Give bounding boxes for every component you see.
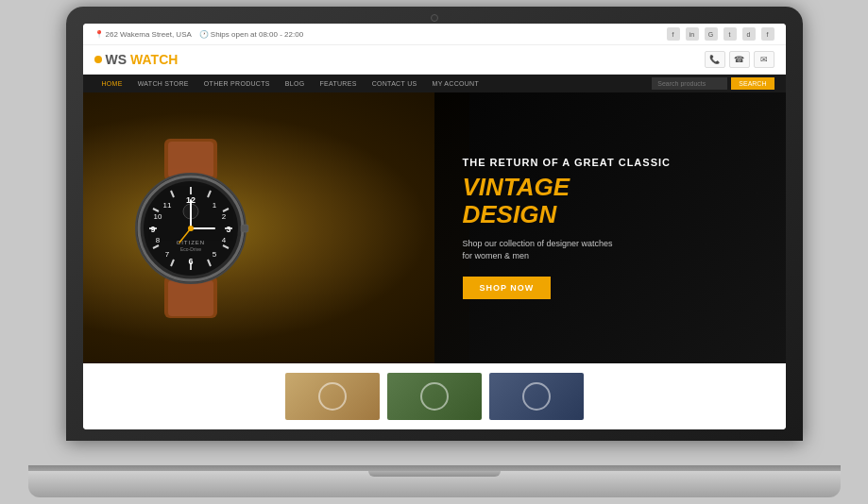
product-strip — [83, 363, 786, 429]
shop-now-button[interactable]: SHOP NOW — [463, 277, 552, 299]
site-logo[interactable]: WS WATCH — [94, 52, 179, 67]
svg-text:10: 10 — [154, 212, 162, 221]
nav-item-contact[interactable]: CONTACT US — [365, 75, 425, 92]
main-nav: HOME WATCH STORE OTHER PRODUCTS BLOG FEA… — [83, 75, 786, 92]
hero-title-line1: VINTAGE — [463, 174, 767, 201]
svg-text:4: 4 — [222, 236, 227, 244]
product-thumb-1[interactable] — [285, 373, 380, 420]
svg-rect-38 — [241, 225, 248, 232]
social-linkedin[interactable]: in — [686, 27, 699, 41]
social-facebook[interactable]: f — [667, 27, 680, 41]
svg-rect-3 — [168, 280, 213, 316]
nav-search-bar: SEARCH — [652, 77, 774, 90]
address-info: 📍 262 Wakema Street, USA — [94, 30, 192, 39]
hero-subtitle: THE RETURN OF A GREAT CLASSIC — [463, 157, 767, 168]
svg-text:9: 9 — [151, 225, 156, 234]
nav-item-blog[interactable]: BLOG — [278, 75, 313, 92]
svg-point-35 — [188, 226, 194, 231]
laptop-screen-bezel: 📍 262 Wakema Street, USA 🕐 Ships open at… — [66, 7, 803, 441]
clock-icon: 🕐 — [199, 30, 209, 39]
nav-item-account[interactable]: MY ACCOUNT — [425, 75, 487, 92]
svg-text:3: 3 — [227, 225, 231, 234]
thumb-watch-3 — [522, 382, 551, 411]
svg-text:8: 8 — [156, 236, 161, 244]
logo-dot — [94, 56, 102, 63]
laptop-camera — [431, 14, 438, 22]
social-dribbble[interactable]: d — [742, 27, 756, 41]
address-text: 262 Wakema Street, USA — [106, 30, 192, 39]
svg-text:1: 1 — [213, 201, 217, 210]
logo-watch-text: WATCH — [130, 52, 178, 67]
header-phone-icon[interactable]: 📞 — [705, 51, 725, 68]
thumb-watch-2 — [420, 382, 449, 411]
thumb-watch-1 — [318, 382, 347, 411]
watch-illustration: 12 3 6 9 1 2 4 5 7 8 — [96, 134, 285, 323]
product-thumb-2[interactable] — [387, 373, 482, 420]
header-action-icons: 📞 ☎ ✉ — [705, 51, 774, 68]
hours-info: 🕐 Ships open at 08:00 - 22:00 — [199, 30, 303, 39]
nav-item-other-products[interactable]: OTHER PRODUCTS — [196, 75, 278, 92]
nav-item-home[interactable]: HOME — [94, 75, 130, 92]
top-bar-left: 📍 262 Wakema Street, USA 🕐 Ships open at… — [94, 30, 304, 39]
laptop-outer: 📍 262 Wakema Street, USA 🕐 Ships open at… — [28, 7, 841, 497]
svg-text:7: 7 — [165, 250, 170, 259]
search-input[interactable] — [652, 77, 727, 90]
hero-section: 12 3 6 9 1 2 4 5 7 8 — [83, 92, 786, 363]
social-facebook2[interactable]: f — [761, 27, 774, 41]
pin-icon: 📍 — [94, 30, 104, 39]
nav-item-features[interactable]: FEATURES — [312, 75, 364, 92]
hero-description: Shop our collection of designer watchesf… — [463, 238, 767, 263]
hero-background: 12 3 6 9 1 2 4 5 7 8 — [83, 92, 469, 363]
laptop-screen: 📍 262 Wakema Street, USA 🕐 Ships open at… — [83, 24, 786, 429]
svg-text:11: 11 — [163, 201, 172, 210]
nav-item-watch-store[interactable]: WATCH STORE — [130, 75, 196, 92]
hero-title-line2: DESIGN — [463, 201, 767, 228]
svg-text:2: 2 — [222, 212, 227, 221]
product-thumb-3[interactable] — [489, 373, 584, 420]
svg-text:6: 6 — [189, 257, 194, 266]
hours-text: Ships open at 08:00 - 22:00 — [211, 30, 303, 39]
social-google[interactable]: G — [705, 27, 718, 41]
svg-text:Eco-Drive: Eco-Drive — [180, 246, 201, 252]
svg-text:CITIZEN: CITIZEN — [177, 240, 205, 245]
laptop-base — [28, 471, 841, 497]
logo-ws-text: WS — [106, 52, 128, 67]
social-twitter[interactable]: t — [723, 27, 737, 41]
header-phone2-icon[interactable]: ☎ — [729, 51, 750, 68]
svg-rect-1 — [168, 142, 213, 177]
social-icons-bar: f in G t d f — [667, 27, 774, 41]
hero-content: THE RETURN OF A GREAT CLASSIC VINTAGE DE… — [434, 92, 786, 363]
laptop-container: 📍 262 Wakema Street, USA 🕐 Ships open at… — [0, 0, 868, 504]
site-header: WS WATCH 📞 ☎ ✉ — [83, 45, 786, 75]
search-button[interactable]: SEARCH — [731, 77, 774, 90]
header-email-icon[interactable]: ✉ — [754, 51, 774, 68]
hero-title: VINTAGE DESIGN — [463, 174, 767, 227]
nav-links: HOME WATCH STORE OTHER PRODUCTS BLOG FEA… — [94, 75, 487, 92]
website: 📍 262 Wakema Street, USA 🕐 Ships open at… — [83, 24, 786, 429]
top-bar: 📍 262 Wakema Street, USA 🕐 Ships open at… — [83, 24, 786, 45]
svg-text:5: 5 — [213, 250, 217, 259]
